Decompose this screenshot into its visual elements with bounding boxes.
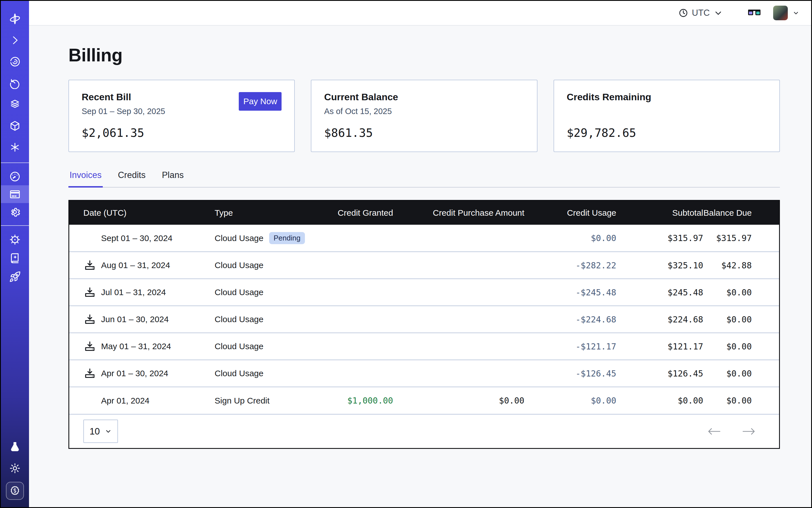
tab-credits[interactable]: Credits: [117, 170, 147, 187]
observe-spiral-icon: [9, 56, 21, 68]
pay-now-button[interactable]: Pay Now: [239, 92, 282, 111]
flask-icon: [9, 441, 21, 453]
download-invoice-icon[interactable]: [84, 313, 96, 325]
invoice-type: Cloud Usage: [215, 369, 263, 378]
download-invoice[interactable]: [83, 340, 96, 353]
column-header-credit-granted: Credit Granted: [323, 201, 393, 225]
credit-usage-value: -$245.48: [524, 279, 616, 306]
sidebar-item-cube[interactable]: [1, 115, 29, 136]
sidebar-item-usage[interactable]: [1, 168, 29, 185]
balance-due-value: $315.97: [703, 225, 779, 252]
dollar-badge-icon: [9, 485, 20, 497]
download-invoice-icon[interactable]: [84, 340, 96, 352]
balance-due-value: $0.00: [703, 279, 779, 306]
rocket-icon: [9, 271, 21, 283]
table-row: Jun 01 – 30, 2024Cloud Usage-$224.68$224…: [69, 306, 779, 333]
download-invoice[interactable]: [83, 367, 96, 380]
subtotal-value: $245.48: [616, 279, 703, 306]
credit-usage-value: -$121.17: [524, 333, 616, 360]
table-row: Sept 01 – 30, 2024Cloud UsagePending$0.0…: [69, 225, 779, 252]
credit-granted-value: [323, 306, 393, 333]
credit-purchase-value: [393, 279, 524, 306]
prev-page-button[interactable]: [708, 427, 721, 436]
page-title: Billing: [69, 45, 780, 66]
3d-glasses-icon: [748, 9, 761, 17]
invoices-table: Date (UTC) Type Credit Granted Credit Pu…: [69, 200, 780, 449]
sidebar-item-credits[interactable]: [6, 482, 24, 500]
sidebar-item-asterisk[interactable]: [1, 136, 29, 158]
table-row: May 01 – 31, 2024Cloud Usage-$121.17$121…: [69, 333, 779, 360]
card-amount: $29,782.65: [567, 126, 767, 140]
3d-glasses-button[interactable]: [748, 9, 761, 17]
summary-cards: Recent Bill Sep 01 – Sep 30, 2025 Pay No…: [69, 80, 780, 152]
table-row: Aug 01 – 31, 2024Cloud Usage-$282.22$325…: [69, 252, 779, 279]
sidebar-item-settings[interactable]: [1, 203, 29, 221]
credit-granted-value: [323, 225, 393, 252]
helm-wheel-icon: [9, 234, 21, 246]
recent-bill-card: Recent Bill Sep 01 – Sep 30, 2025 Pay No…: [69, 80, 295, 152]
card-title: Current Balance: [324, 91, 398, 102]
invoice-date: Jul 01 – 31, 2024: [101, 288, 166, 297]
subtotal-value: $325.10: [616, 252, 703, 279]
sidebar-item-layers[interactable]: [1, 94, 29, 115]
subtotal-value: $121.17: [616, 333, 703, 360]
layers-icon: [9, 98, 21, 111]
invoice-date: Apr 01, 2024: [101, 396, 149, 406]
table-header-row: Date (UTC) Type Credit Granted Credit Pu…: [69, 201, 779, 225]
download-invoice-icon[interactable]: [84, 259, 96, 271]
chevron-down-icon: [793, 9, 799, 16]
sidebar-item-helm[interactable]: [1, 230, 29, 249]
subtotal-value: $0.00: [616, 387, 703, 414]
sidebar-divider: [1, 163, 29, 163]
credit-purchase-value: [393, 225, 524, 252]
tab-invoices[interactable]: Invoices: [69, 170, 103, 187]
sidebar-item-lab[interactable]: [1, 436, 29, 458]
sidebar-item-observe[interactable]: [1, 51, 29, 72]
invoice-date: Sept 01 – 30, 2024: [101, 234, 173, 243]
sidebar-item-logo[interactable]: [1, 8, 29, 30]
download-slot-empty: [83, 232, 96, 245]
sidebar-item-theme[interactable]: [1, 458, 29, 479]
sidebar-item-rocket[interactable]: [1, 267, 29, 286]
download-invoice[interactable]: [83, 259, 96, 272]
download-invoice[interactable]: [83, 286, 96, 299]
next-page-button[interactable]: [742, 427, 756, 436]
table-row: Apr 01 – 30, 2024Cloud Usage-$126.45$126…: [69, 360, 779, 387]
credit-granted-value: [323, 252, 393, 279]
subtotal-value: $315.97: [616, 225, 703, 252]
sidebar-item-history[interactable]: [1, 72, 29, 94]
status-badge: Pending: [269, 232, 305, 244]
history-clock-icon: [9, 77, 21, 89]
account-menu[interactable]: [773, 6, 799, 20]
sidebar-item-billing[interactable]: [1, 185, 29, 203]
billing-card-icon: [9, 188, 21, 200]
credit-granted-value: [323, 360, 393, 387]
download-invoice-icon[interactable]: [84, 286, 96, 298]
credit-usage-value: $0.00: [524, 387, 616, 414]
balance-due-value: $0.00: [703, 387, 779, 414]
column-header-credit-purchase: Credit Purchase Amount: [393, 201, 524, 225]
sidebar-item-docs[interactable]: [1, 249, 29, 267]
page-size-value: 10: [90, 426, 100, 437]
credit-usage-value: -$126.45: [524, 360, 616, 387]
credit-granted-value: $1,000.00: [323, 387, 393, 414]
chevron-down-icon: [714, 8, 723, 18]
sidebar-item-expand[interactable]: [1, 30, 29, 51]
download-invoice-icon[interactable]: [84, 368, 96, 379]
sidebar-divider: [1, 225, 29, 226]
column-header-subtotal: Subtotal: [616, 201, 703, 225]
balance-due-value: $0.00: [703, 333, 779, 360]
page-size-select[interactable]: 10: [83, 420, 118, 443]
chevron-right-icon: [9, 34, 21, 46]
invoice-type: Cloud Usage: [215, 342, 263, 351]
subtotal-value: $224.68: [616, 306, 703, 333]
table-row: Apr 01, 2024Sign Up Credit$1,000.00$0.00…: [69, 387, 779, 414]
invoice-date: Jun 01 – 30, 2024: [101, 314, 169, 324]
tab-plans[interactable]: Plans: [161, 170, 185, 187]
download-invoice[interactable]: [83, 313, 96, 326]
timezone-selector[interactable]: UTC: [679, 8, 723, 18]
credit-purchase-value: [393, 306, 524, 333]
column-header-credit-usage: Credit Usage: [524, 201, 616, 225]
card-amount: $2,061.35: [82, 126, 282, 140]
column-header-date: Date (UTC): [69, 201, 201, 225]
